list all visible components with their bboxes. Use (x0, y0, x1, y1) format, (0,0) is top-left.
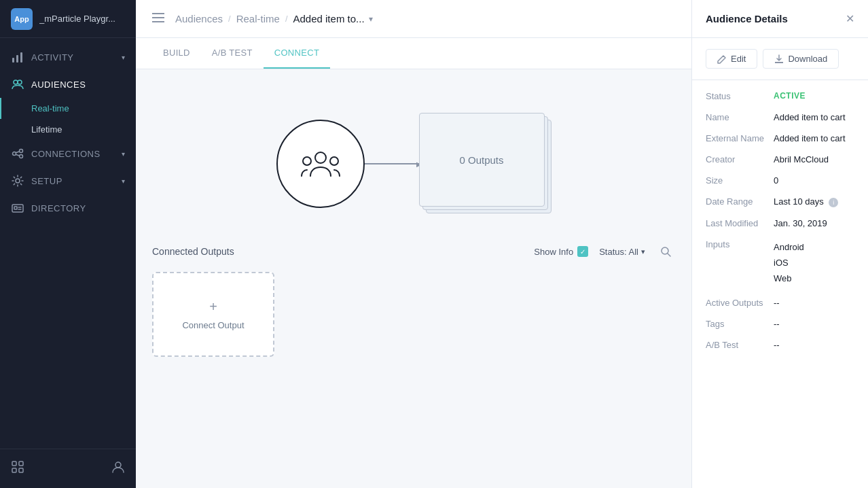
detail-label-status: Status (706, 91, 774, 101)
svg-rect-17 (12, 468, 16, 472)
grid-icon[interactable] (11, 460, 24, 477)
chart-icon (11, 50, 24, 64)
panel-title: Audience Details (706, 13, 788, 24)
status-chevron-icon: ▾ (641, 247, 645, 256)
detail-row-creator: Creator Abril McCloud (706, 154, 854, 164)
detail-value-name: Added item to cart (774, 112, 854, 122)
tab-ab-test[interactable]: A/B TEST (201, 38, 264, 69)
tab-connect[interactable]: CONNECT (264, 38, 330, 69)
sidebar-item-setup[interactable]: SETUP ▾ (0, 167, 136, 194)
connected-outputs-title: Connected Outputs (152, 246, 234, 257)
detail-value-ab-test: -- (774, 340, 854, 350)
show-info-label: Show Info (534, 247, 573, 257)
detail-value-date-range: Last 10 days i (774, 196, 854, 207)
detail-label-date-range: Date Range (706, 196, 774, 207)
show-info-checkmark: ✓ (577, 246, 588, 257)
search-button[interactable] (656, 242, 675, 261)
chevron-down-icon: ▾ (122, 54, 126, 61)
detail-label-active-outputs: Active Outputs (706, 298, 774, 308)
detail-row-name: Name Added item to cart (706, 112, 854, 122)
detail-value-status: ACTIVE (774, 91, 854, 101)
panel-actions: Edit Download (692, 38, 868, 80)
sidebar-footer (0, 449, 136, 488)
svg-line-8 (16, 152, 20, 153)
breadcrumb-current[interactable]: Added item to... ▾ (293, 13, 373, 24)
svg-point-24 (303, 157, 311, 165)
breadcrumb: Audiences / Real-time / Added item to...… (175, 13, 373, 24)
detail-value-creator: Abril McCloud (774, 154, 854, 164)
sidebar-item-activity[interactable]: ACTIVITY ▾ (0, 43, 136, 71)
panel-details: Status ACTIVE Name Added item to cart Ex… (692, 80, 868, 372)
detail-row-status: Status ACTIVE (706, 91, 854, 101)
svg-rect-15 (12, 461, 16, 466)
arrow-line (365, 163, 419, 164)
content-area: 0 Outputs Connected Outputs Show Info ✓ … (136, 69, 691, 488)
detail-value-inputs: AndroidiOSWeb (774, 239, 854, 287)
sidebar-sub-item-lifetime[interactable]: Lifetime (0, 119, 136, 140)
detail-row-inputs: Inputs AndroidiOSWeb (706, 239, 854, 287)
detail-label-external-name: External Name (706, 133, 774, 143)
download-button[interactable]: Download (763, 49, 839, 69)
detail-value-external-name: Added item to cart (774, 133, 854, 143)
close-button[interactable]: ✕ (846, 12, 854, 25)
status-dropdown[interactable]: Status: All ▾ (599, 247, 645, 257)
breadcrumb-current-label: Added item to... (293, 13, 365, 24)
main-content: Audiences / Real-time / Added item to...… (136, 0, 691, 488)
sidebar-item-directory[interactable]: DIRECTORY (0, 194, 136, 222)
audience-group-icon (300, 149, 341, 179)
breadcrumb-chevron-icon: ▾ (369, 14, 373, 24)
svg-rect-12 (14, 207, 17, 209)
sidebar-item-audiences[interactable]: AUDIENCES (0, 71, 136, 98)
detail-row-active-outputs: Active Outputs -- (706, 298, 854, 308)
download-icon (774, 54, 784, 64)
setup-icon (11, 174, 24, 188)
connection-icon (11, 147, 24, 160)
sidebar-item-connections-label: CONNECTIONS (31, 149, 101, 159)
show-info-toggle[interactable]: Show Info ✓ (534, 246, 588, 257)
right-panel: Audience Details ✕ Edit Download Status … (691, 0, 868, 488)
outputs-box-wrapper: 0 Outputs (419, 113, 551, 215)
breadcrumb-audiences[interactable]: Audiences (175, 13, 223, 24)
directory-icon (11, 201, 24, 215)
tab-bar: BUILD A/B TEST CONNECT (136, 38, 691, 69)
connect-output-card[interactable]: + Connect Output (152, 272, 274, 357)
sidebar-item-connections[interactable]: CONNECTIONS ▾ (0, 140, 136, 167)
app-icon: App (11, 8, 33, 30)
detail-value-size: 0 (774, 175, 854, 186)
sidebar-item-setup-label: SETUP (31, 176, 62, 186)
menu-icon[interactable] (152, 13, 164, 25)
sidebar: App _mParticle Playgr... ACTIVITY ▾ (0, 0, 136, 488)
audience-circle (276, 120, 365, 208)
svg-line-27 (668, 254, 670, 256)
connected-outputs-header: Connected Outputs Show Info ✓ Status: Al… (152, 242, 675, 261)
breadcrumb-realtime[interactable]: Real-time (236, 13, 280, 24)
tab-build[interactable]: BUILD (152, 38, 201, 69)
svg-point-3 (14, 80, 18, 84)
svg-line-9 (16, 154, 20, 156)
detail-label-tags: Tags (706, 319, 774, 329)
edit-button[interactable]: Edit (706, 49, 757, 69)
app-name: _mParticle Playgr... (39, 14, 115, 24)
plus-icon: + (209, 299, 217, 315)
svg-point-7 (20, 155, 23, 158)
edit-icon (717, 54, 727, 64)
detail-label-last-modified: Last Modified (706, 218, 774, 228)
chevron-setup-icon: ▾ (122, 177, 126, 185)
detail-row-size: Size 0 (706, 175, 854, 186)
svg-rect-16 (19, 461, 23, 466)
svg-rect-2 (20, 52, 22, 63)
connected-outputs-controls: Show Info ✓ Status: All ▾ (534, 242, 675, 261)
user-icon[interactable] (111, 460, 125, 477)
sidebar-item-audiences-label: AUDIENCES (31, 80, 86, 90)
svg-point-4 (18, 80, 22, 84)
detail-row-last-modified: Last Modified Jan. 30, 2019 (706, 218, 854, 228)
connect-output-label: Connect Output (182, 320, 244, 330)
breadcrumb-sep-1: / (228, 14, 231, 24)
panel-header: Audience Details ✕ (692, 0, 868, 38)
svg-point-23 (315, 152, 326, 163)
date-range-info-icon[interactable]: i (829, 198, 838, 207)
breadcrumb-sep-2: / (285, 14, 288, 24)
sidebar-sub-item-realtime[interactable]: Real-time (0, 98, 136, 119)
svg-rect-0 (12, 58, 14, 63)
detail-row-date-range: Date Range Last 10 days i (706, 196, 854, 207)
